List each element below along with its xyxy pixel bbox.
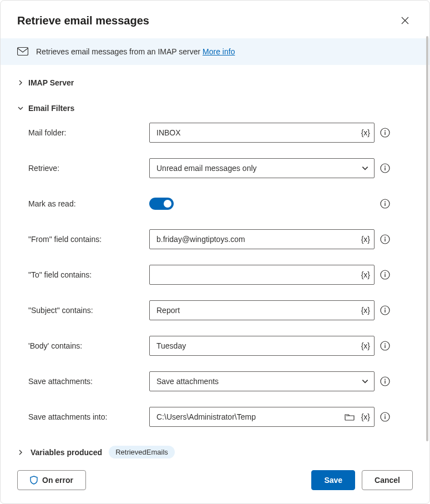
- dialog-content: IMAP Server Email Filters Mail folder: {…: [1, 65, 429, 459]
- field-retrieve: Retrieve: Unread email messages only: [28, 158, 413, 178]
- svg-point-26: [385, 415, 386, 416]
- info-icon[interactable]: [380, 128, 390, 138]
- mail-icon: [17, 47, 28, 56]
- svg-rect-3: [385, 132, 385, 135]
- field-label: Save attachments:: [28, 377, 149, 386]
- svg-point-8: [385, 201, 386, 203]
- info-icon[interactable]: [380, 376, 390, 386]
- banner-text: Retrieves email messages from an IMAP se…: [36, 47, 235, 56]
- variable-picker-icon[interactable]: {x}: [361, 270, 370, 279]
- variable-chip[interactable]: RetrievedEmails: [109, 446, 175, 458]
- field-mail-folder: Mail folder: {x}: [28, 123, 413, 143]
- info-icon[interactable]: [380, 270, 390, 280]
- info-icon[interactable]: [380, 412, 390, 422]
- svg-point-2: [385, 130, 386, 132]
- field-from-contains: "From" field contains: {x}: [28, 229, 413, 249]
- section-label: IMAP Server: [28, 78, 74, 87]
- info-icon[interactable]: [380, 199, 390, 209]
- dialog-header: Retrieve email messages: [1, 1, 429, 38]
- more-info-link[interactable]: More info: [203, 47, 235, 56]
- svg-point-23: [385, 379, 386, 380]
- field-body-contains: 'Body' contains: {x}: [28, 336, 413, 356]
- mail-folder-input[interactable]: [149, 123, 375, 143]
- svg-rect-9: [385, 203, 385, 206]
- info-icon[interactable]: [380, 341, 390, 351]
- to-contains-input[interactable]: [149, 265, 375, 285]
- section-variables-produced[interactable]: Variables produced RetrievedEmails: [17, 442, 413, 459]
- toggle-thumb: [164, 200, 171, 208]
- email-filters-fields: Mail folder: {x} Retrieve: Unread email …: [17, 118, 413, 427]
- close-icon: [401, 16, 409, 25]
- info-banner: Retrieves email messages from an IMAP se…: [1, 38, 429, 65]
- svg-rect-27: [385, 416, 385, 419]
- dialog-title: Retrieve email messages: [17, 14, 149, 27]
- variable-picker-icon[interactable]: {x}: [361, 306, 370, 315]
- mark-as-read-toggle[interactable]: [149, 198, 174, 210]
- dialog-footer: On error Save Cancel: [1, 459, 429, 503]
- svg-point-17: [385, 308, 386, 309]
- from-contains-input[interactable]: [149, 229, 375, 249]
- svg-point-20: [385, 344, 386, 345]
- field-label: Mail folder:: [28, 128, 149, 137]
- scrollbar-thumb[interactable]: [426, 36, 428, 441]
- save-button[interactable]: Save: [311, 470, 355, 490]
- svg-rect-12: [385, 239, 385, 241]
- on-error-button[interactable]: On error: [17, 470, 86, 490]
- chevron-right-icon: [17, 449, 24, 456]
- save-attachments-into-input[interactable]: [149, 407, 375, 427]
- info-icon[interactable]: [380, 234, 390, 244]
- field-label: Retrieve:: [28, 164, 149, 173]
- info-icon[interactable]: [380, 305, 390, 315]
- variable-picker-icon[interactable]: {x}: [361, 128, 370, 137]
- body-contains-input[interactable]: [149, 336, 375, 356]
- dialog: Retrieve email messages Retrieves email …: [0, 0, 430, 504]
- footer-actions: Save Cancel: [311, 470, 413, 490]
- svg-rect-18: [385, 310, 385, 313]
- svg-rect-24: [385, 381, 385, 384]
- subject-contains-input[interactable]: [149, 300, 375, 320]
- field-subject-contains: "Subject" contains: {x}: [28, 300, 413, 320]
- retrieve-select[interactable]: Unread email messages only: [149, 158, 375, 178]
- shield-icon: [30, 476, 38, 485]
- svg-point-11: [385, 237, 386, 238]
- variable-picker-icon[interactable]: {x}: [361, 412, 370, 421]
- field-save-attachments: Save attachments: Save attachments: [28, 371, 413, 391]
- svg-point-5: [385, 166, 386, 167]
- info-icon[interactable]: [380, 163, 390, 173]
- close-button[interactable]: [397, 13, 413, 28]
- field-to-contains: "To" field contains: {x}: [28, 265, 413, 285]
- section-label: Email Filters: [28, 104, 74, 113]
- field-label: "To" field contains:: [28, 270, 149, 279]
- field-label: Save attachments into:: [28, 412, 149, 421]
- field-label: 'Body' contains:: [28, 341, 149, 350]
- svg-rect-0: [18, 48, 28, 56]
- section-imap-server[interactable]: IMAP Server: [17, 73, 413, 93]
- field-mark-as-read: Mark as read:: [28, 194, 413, 214]
- cancel-button[interactable]: Cancel: [362, 470, 413, 490]
- variable-picker-icon[interactable]: {x}: [361, 341, 370, 350]
- svg-point-14: [385, 273, 386, 274]
- field-label: "From" field contains:: [28, 235, 149, 244]
- field-save-attachments-into: Save attachments into: {x}: [28, 407, 413, 427]
- field-label: "Subject" contains:: [28, 306, 149, 315]
- variable-picker-icon[interactable]: {x}: [361, 235, 370, 244]
- section-email-filters[interactable]: Email Filters: [17, 98, 413, 118]
- svg-rect-6: [385, 168, 385, 170]
- svg-rect-15: [385, 274, 385, 277]
- svg-rect-21: [385, 345, 385, 348]
- save-attachments-select[interactable]: Save attachments: [149, 371, 375, 391]
- field-label: Mark as read:: [28, 199, 149, 208]
- section-label: Variables produced: [31, 448, 102, 457]
- chevron-right-icon: [17, 79, 24, 86]
- folder-browse-icon[interactable]: [345, 413, 355, 421]
- chevron-down-icon: [17, 105, 24, 112]
